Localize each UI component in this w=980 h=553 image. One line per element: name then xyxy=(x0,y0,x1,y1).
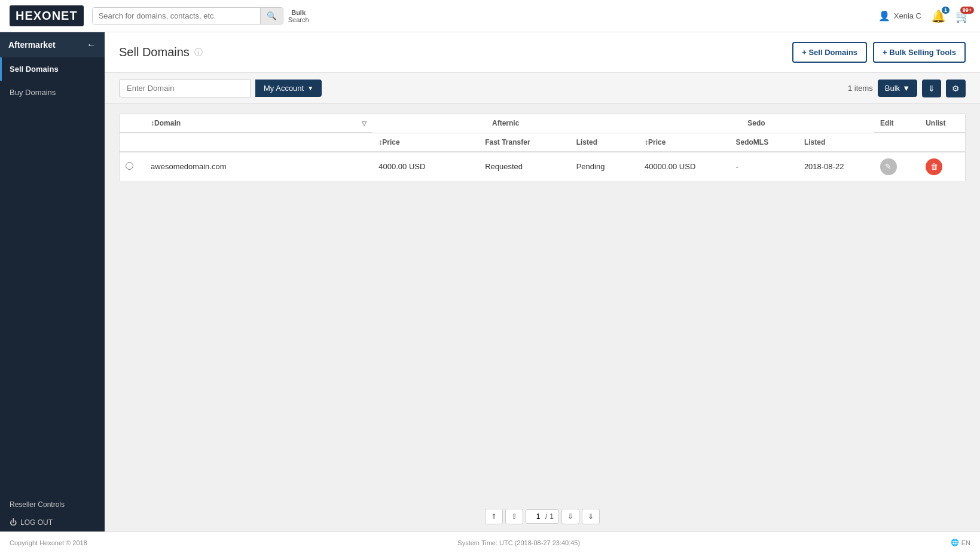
th-sedomls: SedoMLS xyxy=(730,133,798,152)
page-number-input[interactable] xyxy=(531,512,545,521)
lang-label: EN xyxy=(961,539,970,546)
page-title-text: Sell Domains xyxy=(119,45,190,59)
notifications-button[interactable]: 🔔 1 xyxy=(931,9,946,23)
th-sedo-group: Sedo xyxy=(639,114,874,133)
sell-domains-button[interactable]: + Sell Domains xyxy=(792,42,867,63)
logo: HEXONET xyxy=(10,5,84,26)
row-afternic-listed: Pending xyxy=(570,152,639,182)
page-title: Sell Domains ⓘ xyxy=(119,45,203,59)
sidebar-reseller-controls[interactable]: Reseller Controls xyxy=(0,496,105,514)
power-icon: ⏻ xyxy=(10,518,17,527)
row-afternic-price: 4000.00 USD xyxy=(373,152,479,182)
bulk-caret-icon: ▼ xyxy=(902,84,910,93)
unlist-button[interactable]: 🗑 xyxy=(926,158,942,175)
th-sedo-listed: Listed xyxy=(798,133,874,152)
user-area: 👤 Xenia C xyxy=(878,10,921,22)
bulk-button[interactable]: Bulk ▼ xyxy=(878,80,917,97)
copyright: Copyright Hexonet © 2018 xyxy=(10,539,87,546)
search-input[interactable] xyxy=(93,8,260,24)
row-sedomls: - xyxy=(730,152,798,182)
table-wrapper: ↕ Domain ▽ Afternic Sedo Edit Unlist xyxy=(105,104,980,502)
sidebar-item-sell-domains[interactable]: Sell Domains xyxy=(0,57,105,81)
search-box: 🔍 xyxy=(92,7,283,25)
th-check xyxy=(120,114,145,133)
page-input-area: / 1 xyxy=(526,509,559,524)
content-header: Sell Domains ⓘ + Sell Domains + Bulk Sel… xyxy=(105,32,980,73)
row-fast-transfer: Requested xyxy=(479,152,570,182)
th-unlist: Unlist xyxy=(920,114,965,133)
th-afternic-group: Afternic xyxy=(373,114,639,133)
prev-page-button[interactable]: ⇧ xyxy=(505,509,523,524)
edit-button[interactable]: ✎ xyxy=(880,158,897,175)
logout-label: LOG OUT xyxy=(20,518,53,527)
top-bar-right: 👤 Xenia C 🔔 1 🛒 99+ xyxy=(878,9,970,23)
bulk-selling-tools-button[interactable]: + Bulk Selling Tools xyxy=(873,42,966,63)
notification-badge: 1 xyxy=(942,7,950,14)
top-bar: HEXONET 🔍 Bulk Search 👤 Xenia C 🔔 1 🛒 99… xyxy=(0,0,980,32)
table-row: awesomedomain.com 4000.00 USD Requested … xyxy=(120,152,966,182)
row-unlist-cell: 🗑 xyxy=(920,152,965,182)
page-separator: / xyxy=(545,512,547,521)
row-domain: awesomedomain.com xyxy=(145,152,373,182)
next-page-button[interactable]: ⇩ xyxy=(561,509,579,524)
bulk-button-label: Bulk xyxy=(885,84,900,93)
download-button[interactable]: ⇓ xyxy=(922,80,941,97)
header-actions: + Sell Domains + Bulk Selling Tools xyxy=(792,42,966,63)
info-icon[interactable]: ⓘ xyxy=(194,47,203,58)
items-count: 1 items xyxy=(848,84,873,93)
sidebar: Aftermarket ← Sell Domains Buy Domains R… xyxy=(0,32,105,531)
table-body: awesomedomain.com 4000.00 USD Requested … xyxy=(120,152,966,182)
row-sedo-price: 40000.00 USD xyxy=(639,152,729,182)
toolbar: My Account ▼ 1 items Bulk ▼ ⇓ ⚙ xyxy=(105,73,980,104)
globe-icon: 🌐 xyxy=(951,539,959,546)
sidebar-aftermarket[interactable]: Aftermarket ← xyxy=(0,32,105,57)
toolbar-right: 1 items Bulk ▼ ⇓ ⚙ xyxy=(848,80,966,97)
settings-button[interactable]: ⚙ xyxy=(946,80,966,97)
row-sedo-listed: 2018-08-22 xyxy=(798,152,874,182)
bulk-search-button[interactable]: Bulk Search xyxy=(288,9,309,23)
th-domain2 xyxy=(145,133,373,152)
th-afternic-price-label: Price xyxy=(382,138,399,146)
row-check[interactable] xyxy=(120,152,145,182)
account-button[interactable]: My Account ▼ xyxy=(255,80,322,97)
buy-domains-label: Buy Domains xyxy=(10,88,56,97)
filter-icon[interactable]: ▽ xyxy=(362,120,367,127)
th-edit2 xyxy=(874,133,920,152)
aftermarket-arrow-icon: ← xyxy=(87,39,96,50)
user-icon: 👤 xyxy=(878,10,890,22)
sidebar-item-buy-domains[interactable]: Buy Domains xyxy=(0,81,105,104)
row-radio[interactable] xyxy=(126,162,133,170)
last-page-button[interactable]: ⇓ xyxy=(582,509,600,524)
th-fast-transfer: Fast Transfer xyxy=(479,133,570,152)
sell-domains-label: Sell Domains xyxy=(10,65,59,74)
th-edit: Edit xyxy=(874,114,920,133)
th-check2 xyxy=(120,133,145,152)
pagination: ⇑ ⇧ / 1 ⇩ ⇓ xyxy=(105,502,980,531)
cart-badge: 99+ xyxy=(960,7,974,14)
caret-down-icon: ▼ xyxy=(307,85,313,91)
th-afternic-price[interactable]: ↕ Price xyxy=(373,133,479,152)
th-sedo-price[interactable]: ↕ Price xyxy=(639,133,729,152)
aftermarket-label: Aftermarket xyxy=(8,40,56,50)
sidebar-logout-button[interactable]: ⏻ LOG OUT xyxy=(0,514,105,531)
domain-table: ↕ Domain ▽ Afternic Sedo Edit Unlist xyxy=(119,114,966,182)
system-time: System Time: UTC (2018-08-27 23:40:45) xyxy=(457,539,580,546)
th-afternic-listed: Listed xyxy=(570,133,639,152)
th-sedo-price-label: Price xyxy=(648,138,665,146)
first-page-button[interactable]: ⇑ xyxy=(485,509,503,524)
total-pages: 1 xyxy=(549,512,554,521)
account-button-label: My Account xyxy=(264,84,304,93)
cart-button[interactable]: 🛒 99+ xyxy=(955,9,970,23)
user-name: Xenia C xyxy=(894,11,921,20)
reseller-label: Reseller Controls xyxy=(10,500,65,509)
row-edit-cell: ✎ xyxy=(874,152,920,182)
lang-area: 🌐 EN xyxy=(951,539,970,546)
search-button[interactable]: 🔍 xyxy=(260,8,283,24)
domain-input[interactable] xyxy=(119,79,251,97)
th-domain-label: Domain xyxy=(154,119,181,127)
th-unlist2 xyxy=(920,133,965,152)
th-domain[interactable]: ↕ Domain ▽ xyxy=(145,114,373,133)
footer: Copyright Hexonet © 2018 System Time: UT… xyxy=(0,531,980,553)
